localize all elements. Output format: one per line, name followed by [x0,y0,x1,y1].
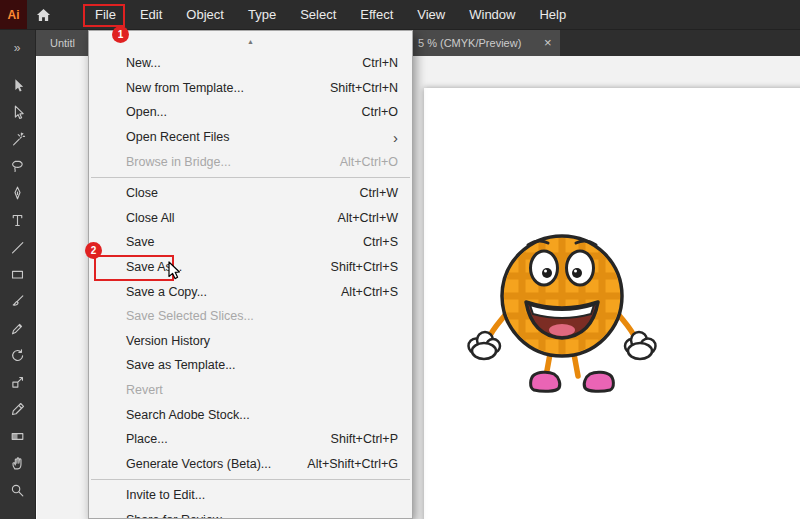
menu-item-save-a-copy[interactable]: Save a Copy...Alt+Ctrl+S [89,279,412,304]
waffle-character [462,218,662,403]
menu-item-shortcut: Ctrl+W [359,186,398,200]
gradient-tool[interactable] [0,423,35,450]
menu-item-shortcut: Ctrl+O [362,105,398,119]
menu-item-revert: Revert [89,378,412,403]
menu-item-open[interactable]: Open...Ctrl+O [89,100,412,125]
menu-type[interactable]: Type [236,0,288,29]
menu-item-shortcut: Alt+Ctrl+W [338,211,398,225]
menu-item-invite-to-edit[interactable]: Invite to Edit... [89,483,412,508]
menu-item-label: Open... [126,105,167,119]
home-icon[interactable] [27,0,59,29]
menu-bar-items: FileEditObjectTypeSelectEffectViewWindow… [83,0,578,29]
menu-item-label: Close All [126,211,175,225]
tools-list [0,72,35,504]
menu-item-label: Share for Review... [126,513,232,519]
artboard[interactable] [424,88,800,519]
illustrator-logo-icon: Ai [0,0,27,29]
menu-item-label: Revert [126,383,163,397]
menu-effect[interactable]: Effect [348,0,405,29]
menu-item-label: Browse in Bridge... [126,155,231,169]
pointer-cursor-icon [168,261,181,280]
menu-help[interactable]: Help [527,0,578,29]
menu-separator [91,479,410,480]
menu-item-generate-vectors-beta[interactable]: Generate Vectors (Beta)...Alt+Shift+Ctrl… [89,452,412,477]
menu-item-label: Invite to Edit... [126,488,205,502]
menu-item-label: Save [126,235,155,249]
menu-item-search-adobe-stock[interactable]: Search Adobe Stock... [89,402,412,427]
illustrator-window: Ai FileEditObjectTypeSelectEffectViewWin… [0,0,800,519]
magic-wand-tool[interactable] [0,126,35,153]
menu-edit[interactable]: Edit [128,0,174,29]
pen-tool[interactable] [0,180,35,207]
lasso-tool[interactable] [0,153,35,180]
menu-item-shortcut: Shift+Ctrl+P [331,432,398,446]
menu-item-label: Save a Copy... [126,285,207,299]
menu-item-label: Search Adobe Stock... [126,408,250,422]
menu-item-label: New... [126,56,161,70]
rectangle-tool[interactable] [0,261,35,288]
direct-selection-tool[interactable] [0,99,35,126]
menu-item-label: Place... [126,432,168,446]
menu-item-new-from-template[interactable]: New from Template...Shift+Ctrl+N [89,76,412,101]
hand-tool[interactable] [0,450,35,477]
menu-separator [91,177,410,178]
menu-item-shortcut: Alt+Shift+Ctrl+G [307,457,398,471]
selection-tool[interactable] [0,72,35,99]
menu-item-label: Generate Vectors (Beta)... [126,457,271,471]
save-as-annotation-rect [94,255,174,281]
menu-item-label: Close [126,186,158,200]
menu-item-label: Version History [126,334,210,348]
menu-item-close[interactable]: CloseCtrl+W [89,181,412,206]
menu-item-shortcut: Alt+Ctrl+O [340,155,398,169]
menu-item-new[interactable]: New...Ctrl+N [89,51,412,76]
menu-select[interactable]: Select [288,0,348,29]
menu-object[interactable]: Object [174,0,236,29]
menu-window[interactable]: Window [457,0,527,29]
menu-item-shortcut: Ctrl+N [362,56,398,70]
menu-item-save-selected-slices: Save Selected Slices... [89,304,412,329]
menu-item-place[interactable]: Place...Shift+Ctrl+P [89,427,412,452]
line-segment-tool[interactable] [0,234,35,261]
file-menu-list: New...Ctrl+NNew from Template...Shift+Ct… [89,51,412,519]
menu-item-share-for-review[interactable]: Share for Review... [89,508,412,519]
menu-item-label: Open Recent Files [126,130,230,144]
menu-item-shortcut: Shift+Ctrl+S [331,260,398,274]
collapse-panel-icon[interactable]: » [0,36,35,60]
menu-item-version-history[interactable]: Version History [89,329,412,354]
menu-item-save-as-template[interactable]: Save as Template... [89,353,412,378]
rotate-tool[interactable] [0,342,35,369]
step-1-badge: 1 [112,26,129,43]
scale-tool[interactable] [0,369,35,396]
document-tab-title-right: 5 % (CMYK/Preview) [418,37,521,49]
paintbrush-tool[interactable] [0,288,35,315]
menu-item-save[interactable]: SaveCtrl+S [89,230,412,255]
type-tool[interactable] [0,207,35,234]
menu-scroll-up-icon[interactable]: ▲ [89,31,412,51]
eyedropper-tool[interactable] [0,396,35,423]
menu-item-label: Save Selected Slices... [126,309,254,323]
tab-close-icon[interactable]: × [544,35,552,50]
menu-item-shortcut: Alt+Ctrl+S [341,285,398,299]
menu-item-open-recent-files[interactable]: Open Recent Files› [89,125,412,150]
menu-item-label: Save as Template... [126,358,236,372]
submenu-arrow-icon: › [393,130,398,145]
zoom-tool[interactable] [0,477,35,504]
pencil-tool[interactable] [0,315,35,342]
menu-item-shortcut: Ctrl+S [363,235,398,249]
file-annotation-rect [83,4,125,27]
menu-item-label: New from Template... [126,81,244,95]
menu-item-browse-in-bridge: Browse in Bridge...Alt+Ctrl+O [89,149,412,174]
menu-item-shortcut: Shift+Ctrl+N [330,81,398,95]
tools-panel: » [0,30,36,519]
menu-view[interactable]: View [405,0,457,29]
menu-item-close-all[interactable]: Close AllAlt+Ctrl+W [89,206,412,231]
step-2-badge: 2 [85,242,102,259]
